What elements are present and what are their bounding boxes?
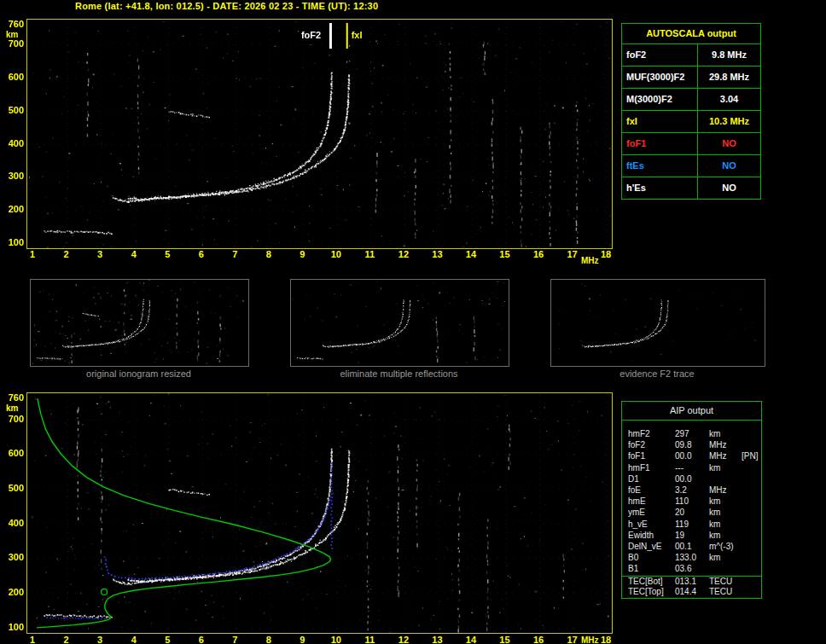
aip-param-value: 00.1: [675, 541, 709, 552]
aip-param-label: h_vE: [622, 519, 675, 530]
x-tick-label: 11: [360, 635, 379, 644]
thumbnail-no-multiples-canvas: [291, 280, 507, 364]
fxI-marker-label: fxI: [352, 30, 363, 40]
y-tick-label: 100: [2, 622, 24, 632]
aip-output-panel: AIP output hmF2297kmfoF209.8MHzfoF100.0M…: [621, 401, 762, 599]
x-tick-label: 18: [596, 635, 615, 644]
aip-param-label: Ewidth: [622, 530, 675, 541]
y-tick-label: 500: [2, 105, 24, 115]
aip-param-label: B1: [622, 563, 675, 574]
autoscala-window: Rome (lat: +41.8, lon: 012.5) - DATE: 20…: [0, 0, 826, 644]
x-tick-label: 13: [428, 635, 446, 644]
x-tick-label: 8: [259, 249, 278, 259]
x-tick-label: 4: [125, 635, 143, 644]
aip-param-value: 133.0: [675, 552, 709, 563]
aip-row: TEC[Bot]013.1TECU: [622, 577, 761, 587]
aip-param-value: 03.6: [675, 563, 709, 574]
x-tick-label: 8: [259, 635, 278, 644]
aip-param-unit: [709, 473, 742, 484]
ionogram-main-plot: foF2 fxI: [26, 19, 613, 249]
autoscala-row: fxI10.3 MHz: [622, 111, 760, 133]
aip-param-unit: m^(-3): [709, 541, 742, 552]
y-tick-label: 200: [2, 587, 24, 597]
aip-param-label: hmF2: [622, 428, 675, 439]
autoscala-param-label: foF1: [622, 133, 698, 154]
autoscala-row: M(3000)F23.04: [622, 89, 760, 111]
aip-param-unit: MHz: [709, 484, 742, 496]
aip-param-value: 19: [675, 530, 709, 541]
x-tick-label: 4: [125, 249, 143, 259]
aip-param-note: [742, 563, 761, 574]
autoscala-table-body: foF29.8 MHzMUF(3000)F229.8 MHzM(3000)F23…: [622, 44, 760, 199]
y-tick-label: 500: [2, 483, 24, 493]
autoscala-row: foF1NO: [622, 133, 760, 155]
aip-param-note: [742, 577, 761, 587]
aip-param-note: [742, 484, 761, 496]
thumbnail-caption-no-multiples: eliminate multiple reflections: [290, 368, 508, 379]
aip-param-unit: km: [709, 428, 742, 439]
thumbnail-f2-trace: [550, 279, 765, 367]
x-tick-label: 14: [462, 249, 480, 259]
aip-param-label: foE: [622, 484, 675, 496]
thumbnail-f2-trace-canvas: [551, 280, 763, 364]
aip-row: foE3.2MHz: [622, 484, 761, 496]
y-tick-label: 600: [2, 448, 24, 458]
aip-param-label: TEC[Bot]: [622, 577, 675, 587]
autoscala-param-label: foF2: [622, 44, 698, 66]
x-tick-label: 16: [529, 249, 548, 259]
aip-param-unit: km: [709, 552, 742, 563]
x-tick-label: 13: [428, 249, 446, 259]
autoscala-param-value: NO: [698, 133, 760, 154]
aip-row: Ewidth19km: [622, 530, 761, 541]
aip-param-unit: km: [709, 530, 742, 541]
x-tick-label: 1: [23, 635, 42, 644]
autoscala-param-label: h'Es: [622, 177, 698, 199]
aip-row: ymE20km: [622, 507, 761, 518]
aip-row: h_vE119km: [622, 519, 761, 530]
aip-param-unit: MHz: [709, 450, 742, 461]
thumbnail-no-multiples: [290, 279, 509, 367]
foF2-marker-label: foF2: [301, 30, 321, 40]
aip-param-value: 09.8: [675, 439, 709, 450]
y-tick-label: 600: [2, 72, 24, 82]
x-tick-label: 15: [495, 635, 514, 644]
x-tick-label: 2: [57, 635, 76, 644]
aip-param-label: B0: [622, 552, 675, 563]
aip-param-note: [742, 587, 761, 597]
x-tick-label: 9: [293, 249, 311, 259]
autoscala-panel-title: AUTOSCALA output: [622, 24, 760, 44]
autoscala-param-value: NO: [698, 155, 760, 177]
x-tick-label: 12: [394, 635, 413, 644]
y-tick-label: 300: [2, 552, 24, 562]
aip-param-note: [742, 507, 761, 518]
x-tick-label: 17: [563, 249, 582, 259]
ionogram-profile-plot: [26, 392, 613, 634]
autoscala-param-value: 3.04: [698, 89, 760, 110]
station-date-time-title: Rome (lat: +41.8, lon: 012.5) - DATE: 20…: [75, 1, 378, 11]
aip-param-label: hmE: [622, 496, 675, 507]
y-axis-unit-km-bottom: km: [6, 403, 18, 413]
aip-row: hmF1---km: [622, 462, 761, 473]
x-tick-label: 2: [57, 249, 76, 259]
aip-param-note: [742, 462, 761, 473]
aip-param-value: 297: [675, 428, 709, 439]
aip-tec-body: TEC[Bot]013.1TECUTEC[Top]014.4TECU: [622, 577, 761, 596]
x-tick-label: 10: [327, 635, 346, 644]
aip-param-value: 013.1: [675, 577, 709, 587]
autoscala-param-label: M(3000)F2: [622, 89, 698, 110]
x-tick-label: 7: [225, 635, 244, 644]
aip-param-note: [742, 496, 761, 507]
aip-param-value: 00.0: [675, 473, 709, 484]
autoscala-param-value: 10.3 MHz: [698, 111, 760, 132]
aip-param-unit: MHz: [709, 439, 742, 450]
aip-row: hmE110km: [622, 496, 761, 507]
x-tick-label: 9: [293, 635, 311, 644]
thumbnail-original-ionogram: [30, 279, 249, 367]
x-tick-label: 1: [23, 249, 42, 259]
aip-param-value: 119: [675, 519, 709, 530]
aip-param-value: 110: [675, 496, 709, 507]
aip-param-note: [742, 552, 761, 563]
thumbnail-original-canvas: [31, 280, 247, 364]
aip-param-label: DelN_vE: [622, 541, 675, 552]
aip-param-unit: TECU: [709, 587, 742, 597]
